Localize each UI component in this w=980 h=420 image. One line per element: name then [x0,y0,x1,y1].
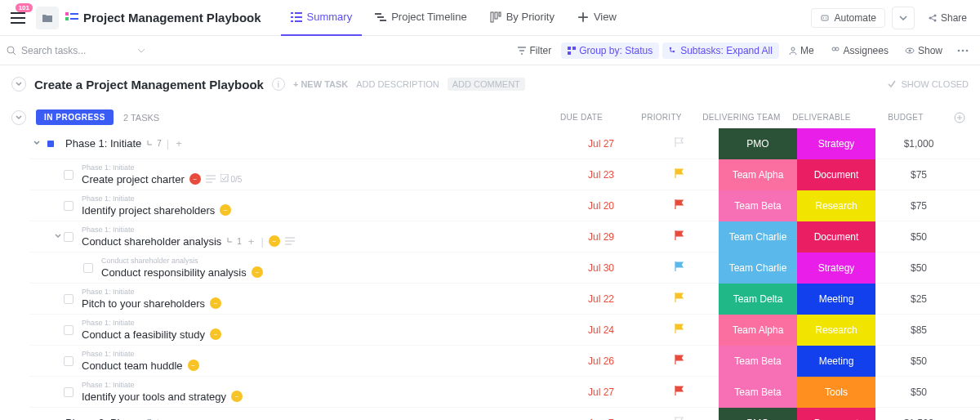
team-cell[interactable]: PMO [719,128,797,159]
budget-cell[interactable]: $75 [875,200,962,212]
menu-button[interactable]: 101 [7,7,29,29]
task-checkbox[interactable] [83,263,93,273]
add-column-button[interactable] [951,112,969,123]
due-date[interactable]: Jul 24 [562,324,640,336]
budget-cell[interactable]: $75 [875,169,962,181]
deliverable-cell[interactable]: Research [797,315,875,346]
team-cell[interactable]: Team Alpha [719,315,797,346]
add-description-button[interactable]: ADD DESCRIPTION [356,79,439,89]
task-row[interactable]: Phase 1: Initiate Create project charter… [29,159,980,190]
task-row[interactable]: Phase 1: Initiate Pitch to your sharehol… [29,284,980,315]
due-date[interactable]: Jul 26 [562,355,640,367]
task-checkbox[interactable] [64,294,74,304]
collapse-list-button[interactable] [11,77,26,92]
task-row[interactable]: Phase 1: Initiate Conduct team huddle − … [29,346,980,377]
task-checkbox[interactable] [64,170,74,180]
new-task-button[interactable]: + NEW TASK [293,79,348,89]
deliverable-cell[interactable]: Document [797,159,875,190]
team-cell[interactable]: Team Beta [719,377,797,408]
priority[interactable] [640,168,719,181]
budget-cell[interactable]: $85 [875,324,962,336]
folder-icon[interactable] [36,7,59,29]
add-subtask-button[interactable]: + [247,235,256,248]
group-by-button[interactable]: Group by: Status [561,42,659,59]
tab-project-timeline[interactable]: Project Timeline [365,0,476,36]
status-pill[interactable]: IN PROGRESS [36,109,114,125]
add-subtask-button[interactable]: + [174,137,184,150]
me-button[interactable]: Me [782,42,821,59]
task-checkbox[interactable] [64,387,74,397]
deliverable-cell[interactable]: Meeting [797,284,875,315]
deliverable-cell[interactable]: Tools [797,377,875,408]
priority[interactable] [640,323,719,337]
team-cell[interactable]: Team Beta [719,190,797,221]
team-cell[interactable]: Team Beta [719,346,797,377]
status-square[interactable] [47,141,54,147]
search-input[interactable]: Search tasks... [7,45,145,56]
due-date[interactable]: Jul 27 [562,386,640,398]
team-cell[interactable]: Team Alpha [719,159,797,190]
priority[interactable] [640,199,719,212]
tab-summary[interactable]: Summary [281,0,363,36]
deliverable-cell[interactable]: Research [797,190,875,221]
task-checkbox[interactable] [64,356,74,366]
team-cell[interactable]: Team Delta [719,284,797,315]
task-row[interactable]: Phase 1: Initiate Conduct shareholder an… [29,221,980,252]
due-date[interactable]: Jul 27 [562,138,640,150]
deliverable-cell[interactable]: Strategy [797,128,875,159]
budget-cell[interactable]: $50 [875,231,962,243]
team-cell[interactable]: Team Charlie [719,221,797,252]
due-date[interactable]: Jul 30 [562,262,640,274]
collapse-phase-button[interactable] [31,141,42,147]
add-subtask-button[interactable]: + [164,417,174,420]
tab-view[interactable]: View [568,0,626,36]
priority[interactable] [640,261,719,275]
priority[interactable] [640,292,719,306]
share-button[interactable]: Share [921,9,973,27]
expand-button[interactable] [52,234,64,240]
budget-cell[interactable]: $50 [875,262,962,274]
due-date[interactable]: Jul 22 [562,293,640,305]
more-button[interactable] [952,46,973,56]
due-date[interactable]: Aug 7 [562,418,640,421]
automate-dropdown[interactable] [892,7,915,29]
priority[interactable] [640,416,719,420]
budget-cell[interactable]: $1,500 [875,418,962,421]
deliverable-cell[interactable]: Meeting [797,346,875,377]
automate-button[interactable]: Automate [811,8,885,28]
show-closed-button[interactable]: SHOW CLOSED [901,79,969,89]
team-cell[interactable]: PMO [719,408,797,421]
add-comment-button[interactable]: ADD COMMENT [448,78,525,91]
assignees-button[interactable]: Assignees [824,42,895,59]
phase-row[interactable]: Phase 1: Initiate 7 | + Jul 27 PMO Strat… [29,128,980,159]
task-row[interactable]: Phase 1: Initiate Identify project share… [29,190,980,221]
task-checkbox[interactable] [64,325,74,335]
priority[interactable] [640,136,719,150]
priority[interactable] [640,385,719,399]
due-date[interactable]: Jul 20 [562,200,640,212]
phase-row[interactable]: Phase 2: Plan 7 | + Aug 7 PMO Document $… [29,408,980,420]
task-checkbox[interactable] [64,232,74,242]
tab-by-priority[interactable]: By Priority [480,0,564,36]
deliverable-cell[interactable]: Document [797,221,875,252]
budget-cell[interactable]: $1,000 [875,138,962,150]
task-row[interactable]: Phase 1: Initiate Conduct a feasibility … [29,315,980,346]
due-date[interactable]: Jul 23 [562,169,640,181]
deliverable-cell[interactable]: Document [797,408,875,421]
budget-cell[interactable]: $50 [875,355,962,367]
task-row[interactable]: Phase 1: Initiate Identify your tools an… [29,377,980,408]
priority[interactable] [640,354,719,368]
team-cell[interactable]: Team Charlie [719,252,797,284]
show-button[interactable]: Show [898,42,949,59]
priority[interactable] [640,230,719,244]
subtask-count[interactable]: 7 [146,139,162,148]
budget-cell[interactable]: $50 [875,386,962,398]
task-checkbox[interactable] [64,201,74,211]
subtasks-button[interactable]: Subtasks: Expand All [662,42,779,59]
due-date[interactable]: Jul 29 [562,231,640,243]
task-row[interactable]: Conduct shareholder analysis Conduct res… [29,252,980,284]
deliverable-cell[interactable]: Strategy [797,252,875,284]
budget-cell[interactable]: $25 [875,293,962,305]
subtask-count[interactable]: 1 [226,237,242,246]
info-icon[interactable]: i [272,78,285,91]
